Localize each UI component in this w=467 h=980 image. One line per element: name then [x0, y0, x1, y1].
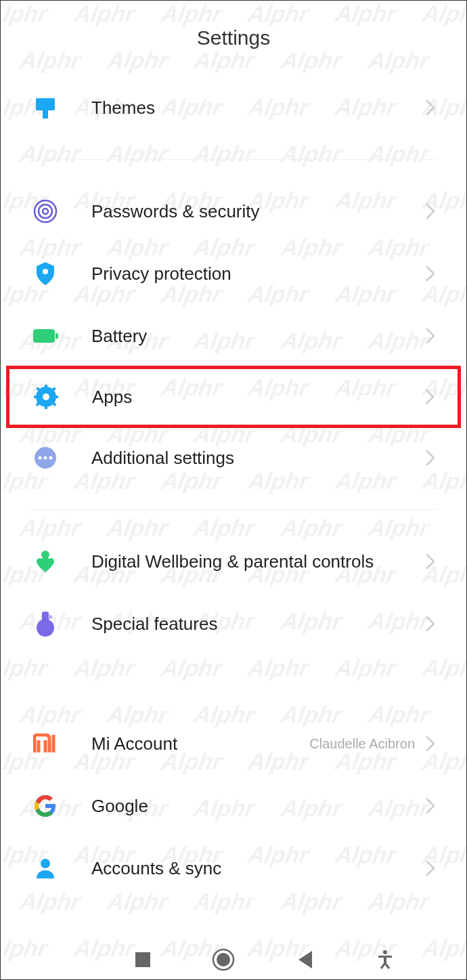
chevron-right-icon: [424, 98, 437, 117]
item-label: Passwords & security: [91, 201, 424, 222]
chevron-right-icon: [424, 202, 437, 221]
svg-rect-10: [45, 385, 47, 389]
item-label: Themes: [91, 98, 424, 119]
svg-rect-1: [43, 110, 48, 119]
battery-icon: [32, 322, 59, 349]
themes-icon: [32, 94, 59, 121]
settings-list: Themes Passwords & security Privacy prot…: [1, 77, 466, 940]
item-label: Battery: [91, 326, 424, 347]
google-logo-icon: [32, 792, 59, 819]
divider: [30, 159, 437, 160]
settings-item-privacy[interactable]: Privacy protection: [1, 242, 466, 305]
settings-item-themes[interactable]: Themes: [1, 77, 466, 139]
chevron-right-icon: [424, 734, 437, 753]
item-label: Apps: [92, 387, 424, 408]
person-icon: [32, 855, 59, 882]
navigation-bar: [1, 940, 466, 979]
svg-point-23: [37, 619, 54, 637]
item-label: Accounts & sync: [91, 858, 424, 879]
item-label: Google: [91, 796, 424, 817]
settings-item-special[interactable]: Special features: [1, 593, 466, 655]
item-label: Special features: [91, 614, 424, 635]
svg-rect-0: [36, 98, 55, 110]
svg-rect-24: [42, 612, 49, 621]
svg-point-3: [39, 205, 52, 218]
accessibility-button[interactable]: [373, 947, 397, 972]
settings-item-accounts-sync[interactable]: Accounts & sync: [1, 837, 466, 899]
chevron-right-icon: [424, 264, 437, 283]
chevron-right-icon: [424, 614, 437, 633]
chevron-right-icon: [424, 326, 437, 345]
svg-point-5: [43, 269, 48, 274]
shield-icon: [32, 260, 59, 287]
header: Settings: [1, 1, 466, 77]
page-title: Settings: [1, 26, 466, 49]
svg-rect-32: [384, 956, 386, 964]
fingerprint-icon: [32, 198, 59, 225]
flask-icon: [32, 610, 59, 637]
home-button[interactable]: [211, 947, 236, 972]
svg-rect-12: [34, 396, 38, 398]
settings-item-wellbeing[interactable]: Digital Wellbeing & parental controls: [1, 530, 466, 593]
chevron-right-icon: [424, 796, 437, 815]
settings-item-google[interactable]: Google: [1, 775, 466, 837]
recent-apps-button[interactable]: [131, 947, 155, 972]
divider: [30, 509, 437, 510]
back-button[interactable]: [292, 947, 317, 972]
item-sublabel: Claudelle Acibron: [309, 736, 415, 752]
settings-item-apps[interactable]: Apps: [6, 366, 461, 428]
svg-point-20: [44, 456, 47, 460]
svg-rect-27: [135, 952, 150, 967]
more-icon: [32, 444, 59, 471]
item-label: Additional settings: [91, 448, 424, 469]
svg-point-21: [49, 456, 53, 460]
svg-rect-6: [33, 329, 55, 343]
heart-icon: [32, 548, 59, 575]
svg-point-25: [48, 615, 52, 619]
svg-point-26: [41, 859, 50, 868]
item-label: Privacy protection: [91, 263, 424, 284]
item-label: Mi Account: [91, 733, 309, 754]
chevron-right-icon: [424, 552, 437, 571]
settings-item-additional[interactable]: Additional settings: [1, 427, 466, 489]
svg-point-29: [217, 953, 230, 966]
item-label: Digital Wellbeing & parental controls: [91, 551, 424, 572]
svg-rect-13: [54, 396, 58, 398]
svg-rect-11: [45, 405, 47, 409]
settings-item-mi-account[interactable]: Mi Account Claudelle Acibron: [1, 712, 466, 775]
chevron-right-icon: [424, 448, 437, 467]
chevron-right-icon: [424, 387, 436, 406]
svg-point-4: [43, 209, 48, 214]
svg-point-30: [383, 950, 387, 954]
settings-item-battery[interactable]: Battery: [1, 305, 466, 367]
chevron-right-icon: [424, 859, 437, 878]
svg-point-19: [39, 456, 42, 460]
gear-icon: [32, 383, 60, 410]
svg-point-9: [43, 393, 49, 400]
svg-rect-7: [55, 333, 58, 339]
mi-logo-icon: [32, 730, 59, 757]
settings-item-passwords[interactable]: Passwords & security: [1, 180, 466, 242]
